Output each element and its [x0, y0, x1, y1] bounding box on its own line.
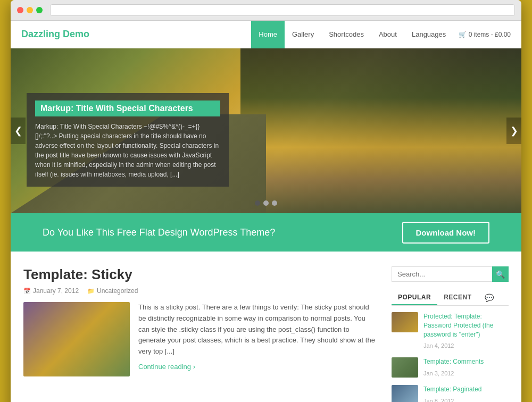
slider-dots: [255, 200, 277, 206]
tab-recent[interactable]: RECENT: [437, 290, 478, 305]
nav-link-home[interactable]: Home: [251, 21, 285, 48]
sidebar-post-2: Template: Comments Jan 3, 2012: [392, 357, 509, 378]
post-category: 📁 Uncategorized: [87, 287, 138, 295]
hero-slider: Markup: Title With Special Characters Ma…: [11, 48, 521, 213]
maximize-dot[interactable]: [36, 7, 43, 13]
sidebar-post-date-2: Jan 3, 2012: [423, 370, 454, 376]
nav-link-gallery[interactable]: Gallery: [285, 21, 321, 48]
cta-text: Do You Like This Free Flat Design WordPr…: [43, 227, 275, 238]
search-input[interactable]: [392, 266, 492, 282]
sidebar-post-date-3: Jan 8, 2012: [423, 398, 454, 402]
slider-next-button[interactable]: ❯: [506, 118, 521, 144]
nav-item-languages[interactable]: Languages: [404, 21, 453, 48]
sidebar-thumb-1: [392, 312, 418, 332]
post-layout: This is a sticky post. There are a few t…: [23, 302, 376, 376]
sidebar: 🔍 POPULAR RECENT 💬 Protected: Template: …: [392, 266, 509, 402]
nav-menu: Home Gallery Shortcodes About Languages: [251, 21, 453, 48]
sidebar-tabs: POPULAR RECENT 💬: [392, 290, 509, 306]
post-excerpt: This is a sticky post. There are a few t…: [138, 302, 376, 357]
hero-trees-decoration: [240, 48, 521, 213]
browser-chrome: [11, 0, 521, 21]
site-nav: Dazzling Demo Home Gallery Shortcodes Ab…: [11, 21, 521, 48]
post-excerpt-area: This is a sticky post. There are a few t…: [138, 302, 376, 376]
nav-cart[interactable]: 🛒 0 items - £0.00: [459, 31, 511, 38]
sidebar-post-date-1: Jan 4, 2012: [423, 342, 454, 349]
cta-band: Do You Like This Free Flat Design WordPr…: [11, 213, 521, 252]
content-primary: Template: Sticky 📅 January 7, 2012 📁 Unc…: [23, 266, 376, 402]
post-meta: 📅 January 7, 2012 📁 Uncategorized: [23, 287, 376, 295]
sidebar-post-1: Protected: Template: Password Protected …: [392, 312, 509, 350]
nav-item-about[interactable]: About: [371, 21, 404, 48]
nav-link-languages[interactable]: Languages: [404, 21, 453, 48]
close-dot[interactable]: [17, 7, 23, 13]
hero-caption-text: Markup: Title With Special Characters ~!…: [35, 122, 220, 179]
search-bar: 🔍: [392, 266, 509, 282]
hero-caption: Markup: Title With Special Characters Ma…: [27, 93, 229, 187]
minimize-dot[interactable]: [27, 7, 33, 13]
search-button[interactable]: 🔍: [492, 266, 509, 282]
browser-window: Dazzling Demo Home Gallery Shortcodes Ab…: [11, 0, 521, 402]
sidebar-post-link-1[interactable]: Protected: Template: Password Protected …: [423, 312, 509, 339]
site-logo: Dazzling Demo: [21, 29, 251, 40]
sidebar-post-info-1: Protected: Template: Password Protected …: [423, 312, 509, 350]
sidebar-thumb-2: [392, 357, 418, 378]
slider-dot-1[interactable]: [255, 200, 260, 206]
hero-caption-title: Markup: Title With Special Characters: [35, 100, 220, 116]
sidebar-post-info-3: Template: Paginated Jan 8, 2012: [423, 385, 481, 402]
nav-link-shortcodes[interactable]: Shortcodes: [321, 21, 371, 48]
sidebar-post-link-2[interactable]: Template: Comments: [423, 357, 484, 366]
slider-prev-button[interactable]: ❮: [11, 118, 26, 144]
post-date: 📅 January 7, 2012: [23, 287, 79, 295]
nav-item-shortcodes[interactable]: Shortcodes: [321, 21, 371, 48]
calendar-icon: 📅: [23, 288, 31, 295]
nav-item-home[interactable]: Home: [251, 21, 285, 48]
main-content: Template: Sticky 📅 January 7, 2012 📁 Unc…: [11, 252, 521, 402]
download-button[interactable]: Download Now!: [402, 222, 490, 244]
tab-popular[interactable]: POPULAR: [392, 290, 437, 305]
slider-dot-3[interactable]: [272, 200, 277, 206]
sidebar-post-link-3[interactable]: Template: Paginated: [423, 385, 481, 394]
folder-icon: 📁: [87, 288, 95, 295]
read-more-link[interactable]: Continue reading ›: [138, 363, 195, 371]
post-thumbnail: [23, 302, 130, 376]
post-title: Template: Sticky: [23, 266, 376, 283]
slider-dot-2[interactable]: [263, 200, 269, 206]
nav-item-gallery[interactable]: Gallery: [285, 21, 321, 48]
sidebar-post-3: Template: Paginated Jan 8, 2012: [392, 385, 509, 402]
sidebar-thumb-3: [392, 385, 418, 402]
address-bar[interactable]: [50, 4, 515, 16]
sidebar-post-info-2: Template: Comments Jan 3, 2012: [423, 357, 484, 378]
tab-comments[interactable]: 💬: [478, 290, 501, 305]
nav-link-about[interactable]: About: [371, 21, 404, 48]
